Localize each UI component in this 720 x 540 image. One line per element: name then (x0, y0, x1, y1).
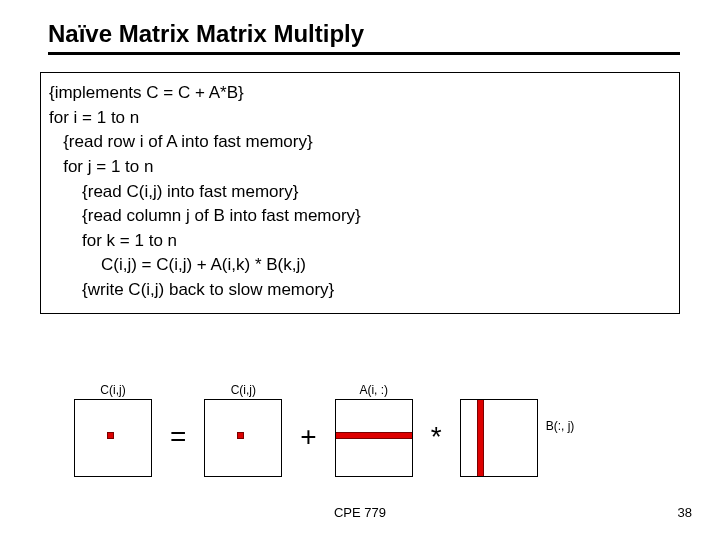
footer-course: CPE 779 (0, 505, 720, 520)
equals-operator: = (170, 421, 186, 453)
matrix-c-source: C(i,j) (204, 383, 282, 477)
code-line: for j = 1 to n (49, 155, 671, 180)
matrix-element-icon (237, 432, 244, 439)
matrix-diagram: C(i,j) = C(i,j) + A(i, :) * B(:, j) (70, 380, 690, 480)
matrix-box (335, 399, 413, 477)
page-number: 38 (678, 505, 692, 520)
matrix-label-spacer (497, 383, 500, 397)
code-line: {read C(i,j) into fast memory} (49, 180, 671, 205)
matrix-column-icon (477, 400, 484, 476)
matrix-label: B(:, j) (546, 419, 575, 433)
code-line: {implements C = C + A*B} (49, 81, 671, 106)
plus-operator: + (300, 421, 316, 453)
matrix-box (204, 399, 282, 477)
code-line: {read row i of A into fast memory} (49, 130, 671, 155)
matrix-label: C(i,j) (231, 383, 256, 397)
matrix-c-result: C(i,j) (74, 383, 152, 477)
matrix-label: A(i, :) (359, 383, 388, 397)
code-line: {write C(i,j) back to slow memory} (49, 278, 671, 303)
matrix-row-icon (336, 432, 412, 439)
matrix-element-icon (107, 432, 114, 439)
code-line: {read column j of B into fast memory} (49, 204, 671, 229)
slide-title: Naïve Matrix Matrix Multiply (48, 20, 680, 55)
code-line: for i = 1 to n (49, 106, 671, 131)
star-operator: * (431, 421, 442, 453)
matrix-label: C(i,j) (100, 383, 125, 397)
code-line: C(i,j) = C(i,j) + A(i,k) * B(k,j) (49, 253, 671, 278)
algorithm-code-box: {implements C = C + A*B} for i = 1 to n … (40, 72, 680, 314)
matrix-box (74, 399, 152, 477)
matrix-a: A(i, :) (335, 383, 413, 477)
matrix-box (460, 399, 538, 477)
matrix-b: B(:, j) (460, 383, 538, 477)
code-line: for k = 1 to n (49, 229, 671, 254)
